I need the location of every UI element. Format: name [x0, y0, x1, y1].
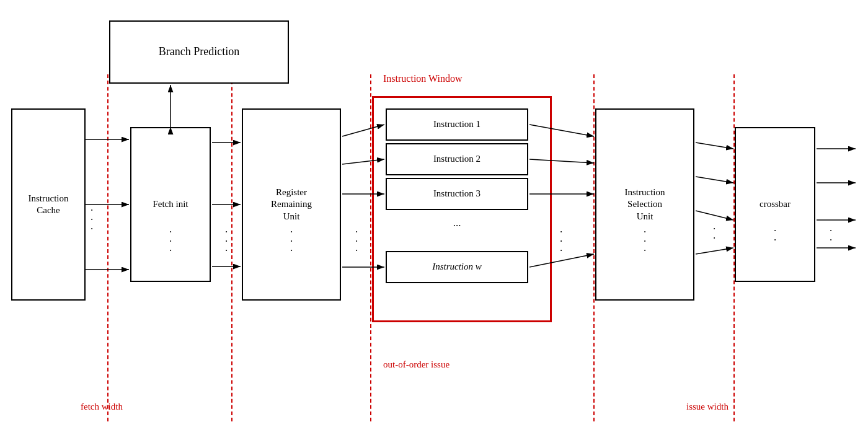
- svg-text:·: ·: [91, 223, 93, 235]
- svg-text:·: ·: [830, 234, 832, 246]
- instruction-2-label: Instruction 2: [433, 153, 480, 165]
- svg-text:·: ·: [225, 226, 228, 238]
- instruction-2-box: Instruction 2: [386, 143, 528, 175]
- out-of-order-label: out-of-order issue: [383, 359, 450, 370]
- instruction-cache-box: InstructionCache: [11, 108, 86, 301]
- crossbar-label: crossbar: [760, 198, 790, 211]
- instruction-1-label: Instruction 1: [433, 118, 480, 131]
- issue-width-label: issue width: [686, 402, 728, 412]
- svg-text:·: ·: [713, 223, 715, 235]
- instruction-selection-label: InstructionSelectionUnit: [625, 187, 665, 223]
- svg-text:·: ·: [713, 232, 715, 244]
- instruction-3-label: Instruction 3: [433, 188, 480, 200]
- svg-text:·: ·: [830, 225, 832, 237]
- dashed-line-3: [370, 74, 371, 421]
- dashed-line-2: [231, 74, 232, 421]
- svg-text:·: ·: [355, 235, 358, 247]
- svg-text:·: ·: [560, 245, 562, 257]
- svg-line-35: [696, 177, 733, 183]
- svg-line-34: [696, 143, 733, 149]
- instruction-selection-box: InstructionSelectionUnit: [595, 108, 694, 301]
- svg-text:·: ·: [225, 245, 228, 257]
- instruction-1-box: Instruction 1: [386, 108, 528, 141]
- branch-prediction-label: Branch Prediction: [159, 45, 239, 59]
- svg-text:·: ·: [560, 235, 562, 247]
- svg-text:·: ·: [225, 235, 228, 247]
- dashed-line-4: [593, 74, 595, 421]
- dots-instruction-window: ···: [386, 220, 528, 232]
- dashed-line-1: [107, 74, 108, 421]
- svg-line-37: [696, 248, 733, 254]
- fetch-init-box: Fetch init: [130, 127, 211, 282]
- svg-text:·: ·: [355, 245, 358, 257]
- instruction-cache-label: InstructionCache: [29, 193, 69, 217]
- fetch-init-label: Fetch init: [153, 198, 188, 211]
- branch-prediction-box: Branch Prediction: [109, 20, 289, 84]
- svg-text:·: ·: [355, 226, 358, 238]
- fetch-width-label: fetch width: [81, 402, 123, 412]
- svg-text:·: ·: [91, 205, 93, 216]
- svg-text:·: ·: [91, 214, 93, 226]
- svg-text:·: ·: [560, 226, 562, 238]
- register-remaining-box: RegisterRemainingUnit: [242, 108, 341, 301]
- instruction-window-label: Instruction Window: [383, 73, 463, 84]
- instruction-w-label: Instruction w: [432, 261, 482, 273]
- svg-line-36: [696, 211, 733, 220]
- diagram: Branch Prediction InstructionCache Fetch…: [0, 0, 868, 440]
- instruction-3-box: Instruction 3: [386, 178, 528, 210]
- crossbar-box: crossbar: [735, 127, 815, 282]
- instruction-w-box: Instruction w: [386, 251, 528, 283]
- register-remaining-label: RegisterRemainingUnit: [271, 187, 312, 223]
